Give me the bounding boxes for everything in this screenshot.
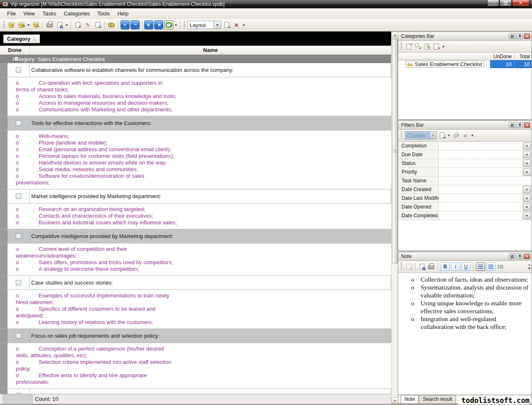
- task-checkbox[interactable]: [16, 120, 21, 126]
- filters-toolbar-grip[interactable]: [401, 131, 402, 140]
- collapse-icon[interactable]: −: [14, 56, 19, 61]
- bullet-list-button[interactable]: [497, 263, 505, 271]
- filter-dropdown-button[interactable]: ▼: [523, 212, 531, 219]
- filter-dropdown-button[interactable]: ▼: [523, 160, 531, 167]
- layout-combobox-dropdown[interactable]: ▼: [214, 21, 221, 29]
- filter-preset-combobox[interactable]: Custom ▼: [405, 131, 437, 140]
- task-checkbox[interactable]: [16, 280, 21, 285]
- save-database-button[interactable]: ▪: [31, 20, 40, 29]
- task-row[interactable]: Tools for effective interactions with th…: [0, 116, 391, 130]
- task-row[interactable]: Sales performance management:: [0, 389, 391, 394]
- apply-layout-button[interactable]: ➜: [222, 20, 231, 29]
- filter-value-field[interactable]: [439, 177, 523, 185]
- undone-column-header[interactable]: UnDone: [490, 54, 514, 59]
- categories-close-button[interactable]: ✕: [524, 33, 530, 39]
- toolbar-grip[interactable]: [3, 21, 5, 29]
- task-row[interactable]: Case studies and success stories:: [0, 276, 391, 290]
- close-button[interactable]: ✕: [512, 0, 530, 6]
- move-top-button[interactable]: »: [154, 20, 163, 29]
- menu-item[interactable]: Categories: [60, 9, 94, 18]
- categories-toolbar-grip[interactable]: [401, 42, 402, 51]
- note-print-preview-button[interactable]: [418, 263, 426, 271]
- delete-layout-button[interactable]: ×: [232, 20, 241, 29]
- print-preview-button[interactable]: [55, 20, 64, 29]
- categories-pin-button[interactable]: [516, 33, 523, 39]
- menu-item[interactable]: Tools: [94, 9, 113, 18]
- minimize-button[interactable]: —: [487, 0, 499, 6]
- edit-category-button[interactable]: ✎: [423, 43, 431, 51]
- task-row[interactable]: Competitive intelligence provided by Mar…: [0, 229, 391, 243]
- task-row[interactable]: Collaborative software to establish chan…: [0, 63, 391, 77]
- layout-toggle-dropdown-arrow[interactable]: ▼: [174, 23, 178, 27]
- category-row[interactable]: ··· Sales Enablement Checklist 10 10: [398, 60, 532, 68]
- category-focus-box[interactable]: Sales Enablement Checklist: [406, 61, 484, 68]
- new-database-button[interactable]: [7, 20, 16, 29]
- clear-filter-button[interactable]: [452, 132, 460, 140]
- filter-dropdown-button[interactable]: ▼: [523, 194, 531, 202]
- save-note-button[interactable]: ➜: [405, 263, 413, 271]
- task-checkbox[interactable]: [16, 233, 21, 239]
- delete-category-button[interactable]: ×: [432, 43, 440, 51]
- note-pin-button[interactable]: [516, 253, 523, 259]
- total-column-header[interactable]: Total: [514, 54, 532, 59]
- print-dropdown-arrow[interactable]: ▼: [65, 23, 69, 27]
- note-toolbar-grip[interactable]: [401, 263, 402, 271]
- filter-dropdown-button[interactable]: ▼: [523, 168, 531, 176]
- delete-filter-button[interactable]: ×: [461, 132, 469, 140]
- filter-value-field[interactable]: [439, 203, 523, 211]
- apply-filter-button[interactable]: ➜: [438, 132, 446, 140]
- apply-filter-dropdown[interactable]: ▼: [447, 134, 451, 137]
- open-dropdown-arrow[interactable]: ▼: [27, 23, 30, 27]
- print-button[interactable]: [45, 20, 54, 29]
- note-content[interactable]: o Collection of facts, ideas and observa…: [398, 273, 532, 395]
- filters-pin-button[interactable]: [516, 122, 523, 128]
- bold-button[interactable]: B: [441, 263, 450, 271]
- duplicate-task-button[interactable]: ↻: [93, 20, 102, 29]
- filter-value-field[interactable]: [439, 211, 523, 220]
- menu-item[interactable]: Help: [113, 9, 132, 18]
- note-toolbar-overflow[interactable]: »▾: [528, 263, 530, 270]
- move-down-button[interactable]: ›: [121, 20, 130, 29]
- underline-button[interactable]: U: [461, 263, 470, 271]
- group-row[interactable]: − Category: Sales Enablement Checklist: [0, 55, 391, 63]
- filter-dropdown-button[interactable]: ▼: [523, 142, 531, 150]
- vertical-scrollbar[interactable]: ▲ ▼: [391, 32, 398, 404]
- note-restore-button[interactable]: [509, 253, 515, 259]
- task-checkbox[interactable]: [16, 67, 21, 73]
- task-checkbox[interactable]: [16, 194, 21, 199]
- name-column-header[interactable]: Name: [30, 47, 391, 53]
- italic-button[interactable]: I: [451, 263, 460, 271]
- new-subcategory-button[interactable]: +▪: [414, 43, 422, 51]
- filter-value-field[interactable]: [439, 150, 523, 159]
- layout-combobox[interactable]: Layout ▼: [187, 21, 221, 29]
- note-tab[interactable]: Search result: [419, 395, 456, 403]
- new-task-button[interactable]: ●: [73, 20, 82, 29]
- categories-toolbar-overflow[interactable]: ▼: [441, 45, 445, 49]
- filter-dropdown-button[interactable]: ▼: [523, 186, 531, 193]
- menu-item[interactable]: File: [3, 9, 20, 18]
- filter-dropdown-button[interactable]: ▼: [523, 151, 531, 158]
- new-category-button[interactable]: +: [405, 43, 413, 51]
- note-tab[interactable]: Note: [401, 395, 419, 404]
- move-bottom-button[interactable]: »: [144, 20, 153, 29]
- scroll-thumb[interactable]: [392, 39, 398, 263]
- layout-toggle-button[interactable]: [164, 20, 173, 29]
- filter-value-field[interactable]: [439, 194, 523, 202]
- task-row[interactable]: Market intelligence provided by Marketin…: [0, 189, 391, 204]
- find-task-button[interactable]: [107, 20, 116, 29]
- restore-button[interactable]: [500, 0, 512, 6]
- group-by-category-button[interactable]: Category △: [3, 34, 40, 43]
- align-left-button[interactable]: [476, 263, 485, 271]
- toolbar-grip-2[interactable]: [184, 21, 185, 29]
- edit-task-button[interactable]: ✎: [83, 20, 92, 29]
- open-database-button[interactable]: ➜: [17, 20, 26, 29]
- layout-overflow-arrow[interactable]: ▼: [242, 23, 246, 27]
- note-close-button[interactable]: ✕: [524, 253, 530, 259]
- task-checkbox[interactable]: [16, 393, 21, 394]
- menu-item[interactable]: View: [20, 9, 39, 18]
- scroll-up-arrow[interactable]: ▲: [392, 32, 398, 38]
- filters-restore-button[interactable]: [509, 122, 515, 128]
- task-row[interactable]: Focus on sales job requirements and sele…: [0, 329, 391, 343]
- move-up-button[interactable]: ›: [131, 20, 140, 29]
- filter-value-field[interactable]: [439, 159, 523, 167]
